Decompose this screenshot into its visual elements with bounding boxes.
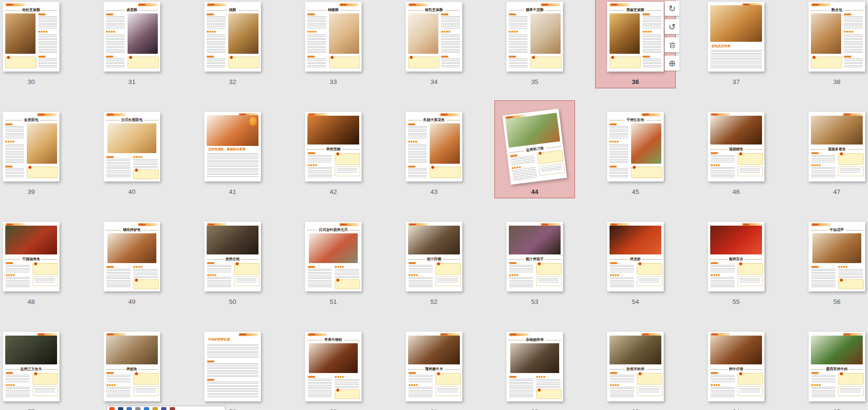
page-thumbnail[interactable]: 烤牛仔骨 <box>708 332 764 401</box>
page-title: 酥皮包 <box>832 8 843 12</box>
serving-dots <box>207 274 216 276</box>
page-thumbnail[interactable]: 炙烧大黄花鱼 <box>406 112 462 181</box>
page-thumbnail[interactable]: 蝴蝶酥 <box>305 2 362 72</box>
page-title: 桃酥 <box>229 8 236 12</box>
tip-box <box>637 263 662 275</box>
taskbar-pinned-app-icon[interactable] <box>170 407 175 410</box>
thumb-text-lines <box>308 379 332 397</box>
delete-page-button[interactable] <box>665 37 680 52</box>
page-number-label: 38 <box>796 78 868 85</box>
page-heading-orange: 怎样烹调鱼，最能保存营养 <box>208 147 246 152</box>
thumb-text-lines <box>236 278 257 283</box>
thumb-section-marker <box>711 152 718 154</box>
page-thumbnail[interactable]: 墨西哥烤牛肉 <box>809 332 865 401</box>
page-thumbnail[interactable]: 蒲烧多春鱼 <box>809 112 865 181</box>
serving-dots <box>610 141 619 143</box>
taskbar-pinned-app-icon[interactable] <box>127 407 132 410</box>
thumb-text-lines <box>6 277 30 289</box>
page-title-row: 烤鱿鱼 <box>106 367 158 372</box>
page-thumbnail[interactable]: 蒲烧鳗鱼 <box>708 112 764 181</box>
rotate-counterclockwise-button[interactable]: ↺ <box>665 19 680 34</box>
serving-dots <box>409 274 418 276</box>
page-thumbnail[interactable]: 炭烤生蚝 <box>204 222 261 291</box>
thumb-text-lines <box>639 388 659 393</box>
page-photo <box>811 336 863 364</box>
thumb-section-marker <box>307 13 315 15</box>
page-thumbnail[interactable]: 干烤红衫鱼 <box>607 112 664 181</box>
thumb-text-lines <box>811 375 835 383</box>
page-thumbnail[interactable]: 豉汁田螺 <box>406 222 462 291</box>
taskbar-pinned-app-icon[interactable] <box>161 407 166 410</box>
thumb-text-lines <box>207 344 258 359</box>
tip-box <box>329 57 360 68</box>
thumb-section-marker <box>207 262 214 264</box>
page-thumbnail[interactable]: 串烤泥鳅 <box>305 112 362 181</box>
thumb-section-marker <box>308 266 315 268</box>
page-photo <box>309 233 358 263</box>
page-thumbnail[interactable]: 酱汁烤茄子 <box>506 222 563 291</box>
page-thumbnail[interactable]: 干烧福寿鱼 <box>3 222 59 291</box>
page-thumbnail[interactable]: 日式金针菇烤元贝 <box>305 222 362 291</box>
thumb-section-marker <box>38 56 46 58</box>
taskbar-pinned-app-icon[interactable] <box>118 407 123 410</box>
thumb-text-lines <box>106 375 130 383</box>
thumb-text-lines <box>5 169 24 177</box>
page-thumbnail[interactable]: 烤龙虾 <box>607 222 664 291</box>
taskbar-pinned-app-icon[interactable] <box>152 407 158 410</box>
thumb-text-lines <box>610 277 634 289</box>
tip-box <box>536 263 562 275</box>
page-thumbnail[interactable]: 法式长棍面包 <box>104 112 160 181</box>
page-thumbnail[interactable]: 腰果千层酥 <box>506 2 563 72</box>
taskbar-app-logo-icon[interactable] <box>109 407 115 410</box>
thumb-section-marker <box>106 156 114 158</box>
thumb-text-lines <box>106 159 130 177</box>
page-thumbnail[interactable]: 烤鱿鱼 <box>104 332 160 401</box>
serving-dots <box>512 166 521 169</box>
page-thumbnail[interactable]: 南乳芝麻酥 <box>406 2 462 72</box>
page-thumbnail[interactable]: 怎样烹调鱼，最能保存营养 <box>204 112 261 181</box>
page-title: 法式长棍面包 <box>121 118 143 122</box>
page-thumbnail[interactable]: 酥皮包 <box>809 2 865 72</box>
page-thumbnail[interactable]: 牛油花甲 <box>809 222 865 291</box>
page-number-label: 40 <box>91 188 173 195</box>
page-thumbnail[interactable]: 金麦面包 <box>3 112 59 181</box>
tip-box <box>536 389 562 399</box>
rotate-clockwise-button[interactable]: ↻ <box>665 1 680 16</box>
page-thumbnail[interactable]: 肉松芝麻酥 <box>3 2 59 72</box>
page-photo <box>509 226 561 254</box>
page-thumbnail[interactable]: 牛肉的营养价值 <box>204 332 261 401</box>
page-photo <box>107 233 156 263</box>
chapter-header-strip <box>541 3 560 6</box>
thumb-text-lines <box>711 265 735 273</box>
page-thumbnail[interactable]: 杂锦烧烤串 <box>506 332 563 401</box>
thumb-text-lines <box>610 387 634 398</box>
page-thumbnail[interactable]: 桃酥 <box>204 2 261 72</box>
zoom-in-button[interactable]: ⊕ <box>665 56 680 71</box>
thumb-section-marker <box>38 13 46 15</box>
taskbar-pinned-app-icon[interactable] <box>135 407 141 410</box>
thumb-section-marker <box>408 123 415 125</box>
page-thumbnail[interactable]: 盐烤三文鱼头 <box>3 332 59 401</box>
page-thumbnail[interactable]: 咸蛋酥 <box>104 2 160 72</box>
taskbar <box>106 406 225 410</box>
thumb-section-marker <box>5 166 12 168</box>
page-thumbnail[interactable]: 酱烤百合 <box>708 222 764 291</box>
thumb-section-marker <box>509 13 516 15</box>
page-thumbnail[interactable]: 锡纸烤鲈鱼 <box>104 222 160 291</box>
chapter-header-strip <box>207 3 226 6</box>
page-number-label: 41 <box>192 188 273 195</box>
thumb-text-lines <box>441 16 460 29</box>
page-thumbnail[interactable]: 黑椒芝麻酥 <box>607 2 664 72</box>
tip-box <box>133 169 159 179</box>
thumb-text-lines <box>610 126 628 139</box>
page-title-row: 蒲烧多春鱼 <box>810 147 863 152</box>
page-thumbnail[interactable]: 苹果牛柳粒 <box>305 332 362 401</box>
page-thumbnail[interactable]: 盐烤秋刀鱼 <box>503 109 567 184</box>
page-title: 豉汁田螺 <box>427 257 441 262</box>
page-number-label: 34 <box>393 78 475 85</box>
page-thumbnail[interactable]: 面包及其种类 <box>708 2 764 72</box>
page-thumbnail[interactable]: 孜然羊肉串 <box>607 332 664 401</box>
page-thumbnail[interactable]: 薄烤嫩牛片 <box>406 332 462 401</box>
page-title-row: 金麦面包 <box>5 118 58 122</box>
taskbar-pinned-app-icon[interactable] <box>144 407 149 410</box>
